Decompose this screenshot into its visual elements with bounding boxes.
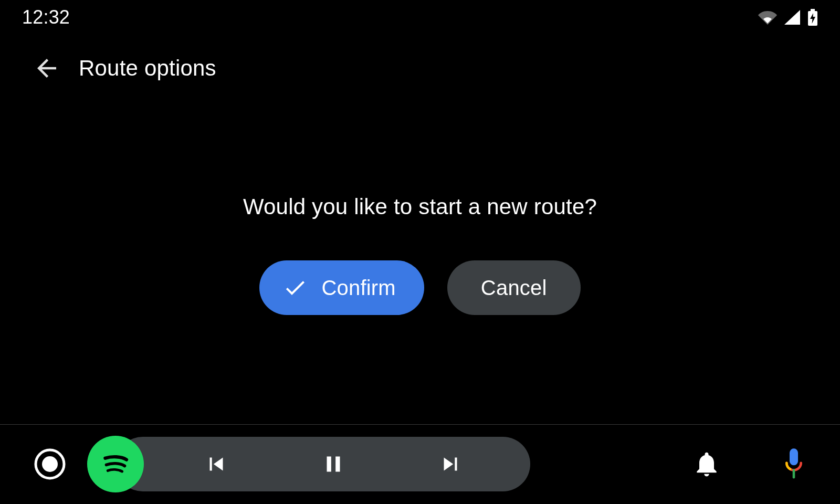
confirm-dialog: Would you like to start a new route? Con…: [0, 194, 840, 315]
home-button[interactable]: [32, 446, 68, 482]
notifications-icon[interactable]: [692, 449, 721, 479]
check-icon: [282, 275, 308, 300]
confirm-button[interactable]: Confirm: [259, 260, 424, 315]
previous-track-button[interactable]: [195, 443, 237, 485]
media-cluster: [116, 437, 530, 491]
media-controls: [116, 437, 530, 491]
pause-button[interactable]: [312, 443, 354, 485]
cancel-button-label: Cancel: [481, 276, 547, 300]
wifi-icon: [758, 10, 777, 25]
svg-point-3: [42, 456, 58, 472]
back-icon[interactable]: [33, 54, 61, 82]
status-icons: [758, 6, 818, 26]
next-track-button[interactable]: [429, 443, 471, 485]
battery-icon: [807, 9, 818, 26]
bottom-right-icons: [692, 447, 808, 481]
bottom-bar: [0, 424, 840, 504]
page-title: Route options: [79, 56, 216, 81]
svg-rect-0: [811, 9, 815, 11]
dialog-title: Would you like to start a new route?: [243, 194, 597, 219]
microphone-icon[interactable]: [779, 447, 808, 481]
confirm-button-label: Confirm: [321, 276, 395, 300]
dialog-button-row: Confirm Cancel: [259, 260, 580, 315]
status-time: 12:32: [22, 3, 70, 28]
cancel-button[interactable]: Cancel: [447, 260, 581, 315]
status-bar: 12:32: [0, 0, 840, 32]
spotify-icon[interactable]: [87, 436, 144, 492]
svg-rect-4: [790, 448, 798, 465]
signal-icon: [784, 10, 800, 25]
header-bar: Route options: [0, 42, 840, 94]
